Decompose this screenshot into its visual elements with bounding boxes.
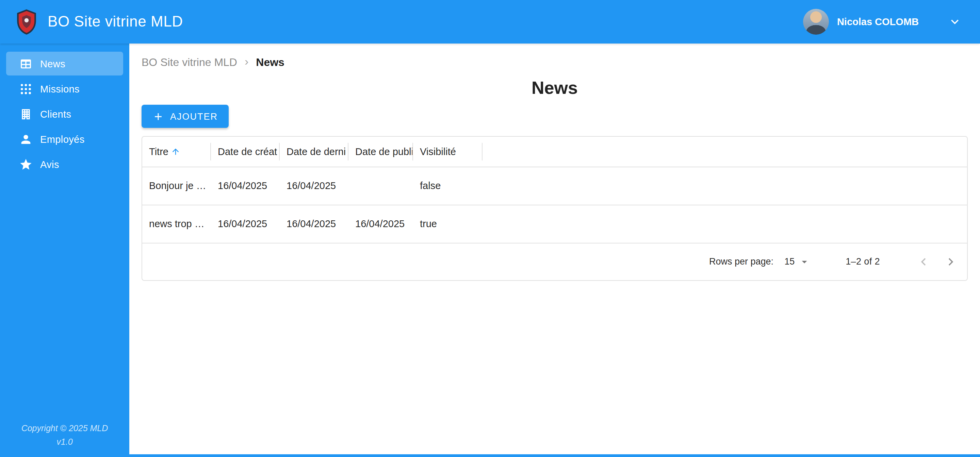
cell-date-derniere: 16/04/2025: [280, 167, 348, 205]
app-bar: BO Site vitrine MLD Nicolas COLOMB: [0, 0, 980, 43]
cell-empty: [482, 205, 967, 243]
sidebar-item-employes[interactable]: Employés: [6, 127, 123, 151]
breadcrumb-item-current: News: [256, 56, 285, 68]
cell-date-creation: 16/04/2025: [211, 205, 280, 243]
column-header-date-publication[interactable]: Date de publi: [348, 137, 413, 167]
cell-date-publication: [348, 167, 413, 205]
user-avatar: [803, 9, 829, 35]
sidebar-item-label: Employés: [40, 133, 85, 144]
column-header-label: Titre: [149, 146, 169, 157]
news-table: Titre Date de créat Da: [142, 137, 967, 243]
column-header-label: Date de publi: [355, 146, 413, 157]
sidebar-item-label: News: [40, 58, 65, 69]
table-row[interactable]: news trop … 16/04/2025 16/04/2025 16/04/…: [142, 205, 967, 243]
column-header-empty: [482, 137, 967, 167]
person-icon: [19, 132, 33, 146]
sidebar-nav-list: News Missions Clients: [0, 43, 129, 176]
app-title: BO Site vitrine MLD: [48, 13, 183, 30]
cell-visibilite: true: [413, 205, 482, 243]
column-header-label: Visibilité: [420, 146, 456, 157]
column-header-titre[interactable]: Titre: [142, 137, 211, 167]
user-menu[interactable]: Nicolas COLOMB: [803, 9, 962, 35]
chevron-left-icon: [916, 254, 931, 269]
cell-date-derniere: 16/04/2025: [280, 205, 348, 243]
previous-page-button[interactable]: [911, 249, 936, 274]
main-content: BO Site vitrine MLD › News News AJOUTER: [129, 43, 980, 454]
breadcrumb-separator-icon: ›: [245, 56, 248, 69]
table-header-row: Titre Date de créat Da: [142, 137, 967, 167]
sidebar-item-avis[interactable]: Avis: [6, 152, 123, 176]
breadcrumb: BO Site vitrine MLD › News: [142, 56, 968, 69]
caret-down-icon: [798, 255, 810, 268]
column-header-date-creation[interactable]: Date de créat: [211, 137, 280, 167]
table-icon: [19, 57, 33, 70]
add-button[interactable]: AJOUTER: [142, 105, 229, 128]
table-row[interactable]: Bonjour je … 16/04/2025 16/04/2025 false: [142, 167, 967, 205]
version-text: v1.0: [0, 435, 129, 449]
sidebar-item-clients[interactable]: Clients: [6, 102, 123, 126]
pagination-range: 1–2 of 2: [846, 256, 880, 267]
sidebar-item-missions[interactable]: Missions: [6, 77, 123, 101]
cell-date-publication: 16/04/2025: [348, 205, 413, 243]
rows-per-page-select[interactable]: 15: [784, 255, 810, 268]
sort-arrow-up-icon: [171, 147, 181, 156]
column-header-label: Date de créat: [218, 146, 277, 157]
chevron-right-icon: [943, 254, 958, 269]
cell-date-creation: 16/04/2025: [211, 167, 280, 205]
copyright-text: Copyright © 2025 MLD: [0, 422, 129, 435]
office-building-icon: [19, 107, 33, 121]
next-page-button[interactable]: [939, 249, 963, 274]
star-icon: [19, 157, 33, 171]
rows-per-page-value: 15: [784, 256, 795, 267]
app-root: BO Site vitrine MLD Nicolas COLOMB News: [0, 0, 980, 457]
sidebar-item-news[interactable]: News: [6, 52, 123, 76]
mld-logo-icon: [15, 9, 38, 35]
add-button-label: AJOUTER: [170, 111, 218, 121]
news-table-card: Titre Date de créat Da: [142, 136, 968, 281]
chevron-down-icon: [947, 14, 962, 29]
sidebar-footer: Copyright © 2025 MLD v1.0: [0, 422, 129, 449]
breadcrumb-item-root[interactable]: BO Site vitrine MLD: [142, 56, 237, 68]
sidebar-item-label: Clients: [40, 108, 71, 119]
page-title: News: [142, 77, 968, 98]
sidebar: News Missions Clients: [0, 43, 129, 457]
table-pagination: Rows per page: 15 1–2 of 2: [142, 243, 967, 280]
column-header-label: Date de derni: [286, 146, 346, 157]
plus-icon: [153, 111, 164, 122]
column-header-date-derniere[interactable]: Date de derni: [280, 137, 348, 167]
cell-empty: [482, 167, 967, 205]
sidebar-item-label: Avis: [40, 159, 59, 170]
column-header-visibilite[interactable]: Visibilité: [413, 137, 482, 167]
cell-titre: news trop …: [142, 205, 211, 243]
cell-titre: Bonjour je …: [142, 167, 211, 205]
cell-visibilite: false: [413, 167, 482, 205]
grid-dots-icon: [19, 82, 33, 95]
sidebar-item-label: Missions: [40, 83, 80, 94]
bottom-footer-bar: [0, 454, 980, 457]
rows-per-page-label: Rows per page:: [709, 256, 773, 267]
user-name: Nicolas COLOMB: [837, 16, 919, 27]
